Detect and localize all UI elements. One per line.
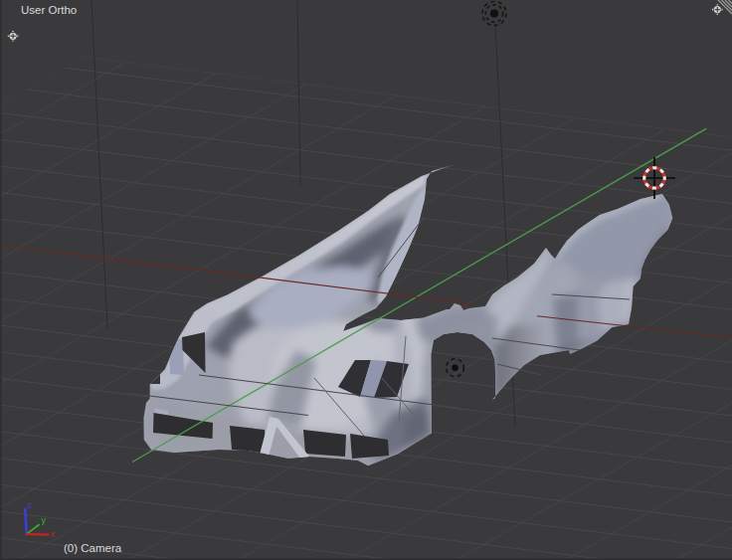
svg-text:(0) Camera: (0) Camera [64, 542, 122, 554]
svg-text:User Ortho: User Ortho [21, 4, 77, 16]
svg-text:z: z [28, 500, 33, 510]
svg-text:x: x [51, 529, 56, 539]
svg-text:y: y [42, 515, 47, 525]
